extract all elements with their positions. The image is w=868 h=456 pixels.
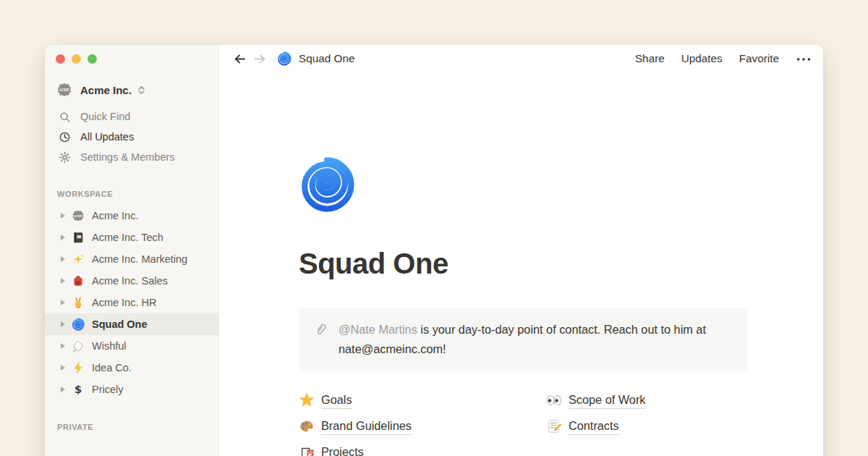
page-label: Acme Inc. Marketing [92,253,187,265]
workspace-tree: Acme Inc. Acme Inc. Tech Acme Inc. Marke… [45,205,218,400]
page-cyclone-icon[interactable] [299,156,355,213]
expand-toggle-icon[interactable] [61,235,65,240]
star-icon [299,392,315,408]
page-link-label: Projects [321,444,364,456]
page-link-goals[interactable]: Goals [299,392,546,409]
arrow-left-icon [233,52,247,66]
page-link-scope-of-work[interactable]: Scope of Work [546,392,747,409]
backpack-icon [72,274,85,287]
zoom-window-button[interactable] [88,54,97,64]
page-title[interactable]: Squad One [299,247,823,281]
sidebar-item-quick-find[interactable]: Quick Find [45,106,218,127]
expand-toggle-icon[interactable] [61,387,65,392]
page-link-label: Contracts [569,418,619,435]
victory-hand-icon [72,296,85,309]
dollar-icon: $ [72,383,85,396]
page-links-grid: Goals Scope of Work Brand Guidelines [299,392,823,456]
page-label: Pricely [92,384,124,395]
page-label: Acme Inc. Sales [92,275,168,287]
traffic-lights [45,45,218,64]
callout-text: @Nate Martins is your day-to-day point o… [339,320,733,359]
back-button[interactable] [233,52,247,66]
minimize-window-button[interactable] [72,54,81,64]
sidebar-page-pricely[interactable]: $ Pricely [45,379,218,400]
app-window: Acme Inc. Quick Find All Updates [45,45,823,456]
sidebar-page-squad-one[interactable]: Squad One [45,313,218,335]
main-area: Squad One Share Updates Favorite Squad O… [219,45,823,456]
lightning-icon [72,361,85,374]
page-link-label: Goals [321,392,352,409]
svg-text:$: $ [75,384,82,395]
person-mention[interactable]: @Nate Martins [339,323,417,336]
favorite-button[interactable]: Favorite [739,52,779,65]
topbar-actions: Share Updates Favorite [635,52,812,65]
cyclone-icon [277,51,292,66]
memo-icon [546,418,562,434]
workspace-section-label: WORKSPACE [57,190,218,198]
sidebar-page-acme-inc[interactable]: Acme Inc. [45,205,218,227]
paperclip-icon [312,321,329,338]
cyclone-icon [72,318,85,331]
updates-button[interactable]: Updates [681,52,723,65]
acme-badge-icon [56,82,72,98]
page-label: Acme Inc. [92,210,138,221]
page-label: Acme Inc. Tech [92,232,163,243]
sidebar: Acme Inc. Quick Find All Updates [45,45,219,456]
notebook-icon [72,231,85,244]
private-section-label: PRIVATE [57,423,218,431]
ellipsis-icon [796,56,812,62]
page-label: Wishful [92,340,127,352]
page-link-projects[interactable]: Projects [299,444,546,456]
sparkles-icon [72,253,85,266]
sidebar-page-acme-tech[interactable]: Acme Inc. Tech [45,227,218,248]
page-label: Idea Co. [92,362,132,373]
sidebar-page-idea-co[interactable]: Idea Co. [45,357,218,379]
expand-toggle-icon[interactable] [61,278,65,284]
breadcrumb-page-title[interactable]: Squad One [299,52,354,65]
sidebar-menu: Quick Find All Updates Settings & Member… [45,106,218,167]
close-window-button[interactable] [56,54,65,64]
eyes-icon [546,392,562,408]
page-link-contracts[interactable]: Contracts [546,418,747,435]
sidebar-item-all-updates[interactable]: All Updates [45,127,218,147]
forward-button[interactable] [253,52,267,66]
workspace-switcher[interactable]: Acme Inc. [56,80,218,100]
thought-balloon-icon [72,339,85,352]
sidebar-page-acme-marketing[interactable]: Acme Inc. Marketing [45,248,218,270]
page-link-label: Brand Guidelines [321,418,412,435]
search-icon [59,111,71,123]
sidebar-item-settings-members[interactable]: Settings & Members [45,147,218,167]
expand-toggle-icon[interactable] [61,256,65,262]
share-button[interactable]: Share [635,52,665,65]
page-content: Squad One @Nate Martins is your day-to-d… [219,72,823,456]
page-link-brand-guidelines[interactable]: Brand Guidelines [299,418,546,435]
acme-badge-icon [72,209,85,222]
expand-toggle-icon[interactable] [61,365,65,371]
sidebar-page-acme-sales[interactable]: Acme Inc. Sales [45,270,218,292]
page-label: Squad One [92,318,148,330]
clock-icon [59,131,71,143]
page-label: Acme Inc. HR [92,297,156,308]
expand-toggle-icon[interactable] [61,343,65,349]
sidebar-item-label: Settings & Members [80,151,175,163]
sidebar-page-acme-hr[interactable]: Acme Inc. HR [45,292,218,313]
callout-block[interactable]: @Nate Martins is your day-to-day point o… [299,308,747,371]
gear-icon [59,151,71,164]
topbar: Squad One Share Updates Favorite [219,45,823,72]
arrow-right-icon [253,52,267,66]
workspace-switcher-label: Acme Inc. [80,84,132,96]
chevron-updown-icon [136,85,147,96]
expand-toggle-icon[interactable] [61,213,65,219]
expand-toggle-icon[interactable] [61,300,65,305]
sidebar-page-wishful[interactable]: Wishful [45,335,218,357]
palette-icon [299,418,315,434]
sidebar-item-label: All Updates [80,131,134,143]
page-link-label: Scope of Work [569,392,645,409]
construction-icon [299,444,315,456]
sidebar-item-label: Quick Find [80,111,130,122]
expand-toggle-icon[interactable] [61,321,65,327]
more-options-button[interactable] [796,55,812,62]
